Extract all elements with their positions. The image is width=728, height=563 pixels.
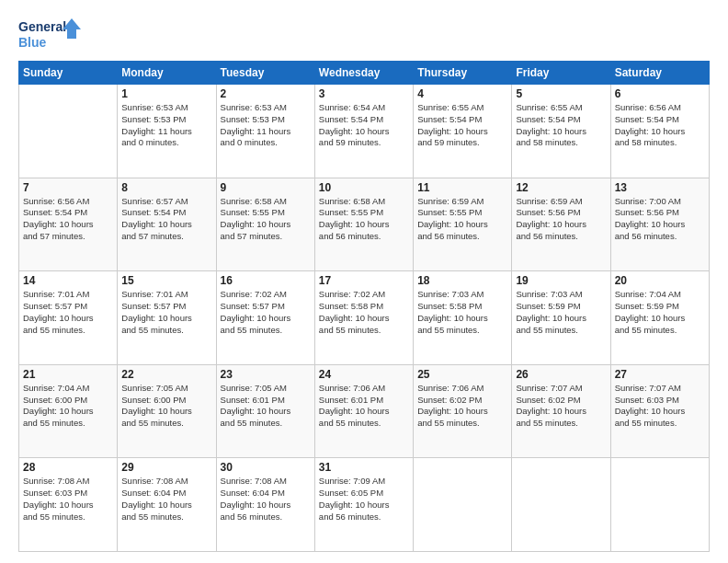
day-number: 18 <box>417 274 507 287</box>
weekday-header-wednesday: Wednesday <box>314 62 413 85</box>
header: General Blue <box>18 17 710 52</box>
day-number: 15 <box>121 274 211 287</box>
day-info: Sunrise: 6:53 AM Sunset: 5:53 PM Dayligh… <box>121 102 211 149</box>
calendar-cell: 9Sunrise: 6:58 AM Sunset: 5:55 PM Daylig… <box>216 178 314 271</box>
day-info: Sunrise: 7:07 AM Sunset: 6:03 PM Dayligh… <box>615 383 705 430</box>
weekday-header-tuesday: Tuesday <box>216 62 314 85</box>
svg-text:General: General <box>18 19 66 34</box>
svg-text:Blue: Blue <box>18 35 47 50</box>
calendar-cell: 5Sunrise: 6:55 AM Sunset: 5:54 PM Daylig… <box>512 85 610 178</box>
page: General Blue SundayMondayTuesdayWednesda… <box>0 0 728 563</box>
calendar-cell: 15Sunrise: 7:01 AM Sunset: 5:57 PM Dayli… <box>118 271 216 365</box>
calendar-cell: 17Sunrise: 7:02 AM Sunset: 5:58 PM Dayli… <box>314 271 413 365</box>
day-info: Sunrise: 6:59 AM Sunset: 5:55 PM Dayligh… <box>417 196 507 243</box>
day-number: 11 <box>417 181 507 194</box>
day-number: 27 <box>615 368 705 381</box>
day-number: 30 <box>221 461 311 474</box>
calendar-week-row: 14Sunrise: 7:01 AM Sunset: 5:57 PM Dayli… <box>19 271 710 365</box>
calendar-cell: 7Sunrise: 6:56 AM Sunset: 5:54 PM Daylig… <box>19 178 118 271</box>
weekday-header-saturday: Saturday <box>610 62 709 85</box>
day-info: Sunrise: 6:58 AM Sunset: 5:55 PM Dayligh… <box>221 196 311 243</box>
day-number: 13 <box>615 181 705 194</box>
calendar-cell: 23Sunrise: 7:05 AM Sunset: 6:01 PM Dayli… <box>216 364 314 458</box>
calendar-week-row: 28Sunrise: 7:08 AM Sunset: 6:03 PM Dayli… <box>19 458 710 552</box>
day-number: 10 <box>319 181 409 194</box>
day-info: Sunrise: 6:59 AM Sunset: 5:56 PM Dayligh… <box>516 196 606 243</box>
day-info: Sunrise: 7:08 AM Sunset: 6:04 PM Dayligh… <box>121 476 211 523</box>
calendar-cell: 28Sunrise: 7:08 AM Sunset: 6:03 PM Dayli… <box>19 458 118 552</box>
weekday-header-monday: Monday <box>118 62 216 85</box>
calendar-cell: 14Sunrise: 7:01 AM Sunset: 5:57 PM Dayli… <box>19 271 118 365</box>
day-number: 1 <box>121 87 211 100</box>
calendar-cell: 22Sunrise: 7:05 AM Sunset: 6:00 PM Dayli… <box>118 364 216 458</box>
day-number: 12 <box>516 181 606 194</box>
calendar-cell: 25Sunrise: 7:06 AM Sunset: 6:02 PM Dayli… <box>414 364 512 458</box>
calendar-cell: 4Sunrise: 6:55 AM Sunset: 5:54 PM Daylig… <box>414 85 512 178</box>
calendar-cell: 11Sunrise: 6:59 AM Sunset: 5:55 PM Dayli… <box>414 178 512 271</box>
day-info: Sunrise: 6:56 AM Sunset: 5:54 PM Dayligh… <box>615 102 705 149</box>
weekday-header-thursday: Thursday <box>414 62 512 85</box>
day-info: Sunrise: 7:09 AM Sunset: 6:05 PM Dayligh… <box>319 476 409 523</box>
day-info: Sunrise: 6:56 AM Sunset: 5:54 PM Dayligh… <box>23 196 113 243</box>
calendar-week-row: 7Sunrise: 6:56 AM Sunset: 5:54 PM Daylig… <box>19 178 710 271</box>
calendar-week-row: 1Sunrise: 6:53 AM Sunset: 5:53 PM Daylig… <box>19 85 710 178</box>
calendar-cell: 24Sunrise: 7:06 AM Sunset: 6:01 PM Dayli… <box>314 364 413 458</box>
logo-svg: General Blue <box>18 17 83 52</box>
day-info: Sunrise: 7:05 AM Sunset: 6:00 PM Dayligh… <box>121 383 211 430</box>
weekday-header-sunday: Sunday <box>19 62 118 85</box>
day-number: 26 <box>516 368 606 381</box>
calendar-cell: 16Sunrise: 7:02 AM Sunset: 5:57 PM Dayli… <box>216 271 314 365</box>
day-number: 6 <box>615 87 705 100</box>
day-number: 7 <box>23 181 113 194</box>
calendar-cell <box>19 85 118 178</box>
day-info: Sunrise: 6:58 AM Sunset: 5:55 PM Dayligh… <box>319 196 409 243</box>
calendar-cell: 6Sunrise: 6:56 AM Sunset: 5:54 PM Daylig… <box>610 85 709 178</box>
day-number: 23 <box>221 368 311 381</box>
day-info: Sunrise: 7:01 AM Sunset: 5:57 PM Dayligh… <box>23 289 113 336</box>
calendar-cell <box>512 458 610 552</box>
calendar-cell <box>414 458 512 552</box>
day-info: Sunrise: 7:06 AM Sunset: 6:01 PM Dayligh… <box>319 383 409 430</box>
day-number: 28 <box>23 461 113 474</box>
day-info: Sunrise: 7:07 AM Sunset: 6:02 PM Dayligh… <box>516 383 606 430</box>
day-number: 21 <box>23 368 113 381</box>
calendar-cell: 27Sunrise: 7:07 AM Sunset: 6:03 PM Dayli… <box>610 364 709 458</box>
calendar-table: SundayMondayTuesdayWednesdayThursdayFrid… <box>18 61 710 552</box>
day-info: Sunrise: 6:54 AM Sunset: 5:54 PM Dayligh… <box>319 102 409 149</box>
day-number: 16 <box>221 274 311 287</box>
calendar-cell: 26Sunrise: 7:07 AM Sunset: 6:02 PM Dayli… <box>512 364 610 458</box>
calendar-cell: 18Sunrise: 7:03 AM Sunset: 5:58 PM Dayli… <box>414 271 512 365</box>
calendar-cell: 1Sunrise: 6:53 AM Sunset: 5:53 PM Daylig… <box>118 85 216 178</box>
day-number: 25 <box>417 368 507 381</box>
day-info: Sunrise: 7:02 AM Sunset: 5:58 PM Dayligh… <box>319 289 409 336</box>
logo: General Blue <box>18 17 83 52</box>
day-number: 3 <box>319 87 409 100</box>
day-number: 2 <box>221 87 311 100</box>
calendar-cell: 30Sunrise: 7:08 AM Sunset: 6:04 PM Dayli… <box>216 458 314 552</box>
day-number: 4 <box>417 87 507 100</box>
weekday-header-row: SundayMondayTuesdayWednesdayThursdayFrid… <box>19 62 710 85</box>
day-info: Sunrise: 7:04 AM Sunset: 6:00 PM Dayligh… <box>23 383 113 430</box>
calendar-cell: 20Sunrise: 7:04 AM Sunset: 5:59 PM Dayli… <box>610 271 709 365</box>
day-info: Sunrise: 6:57 AM Sunset: 5:54 PM Dayligh… <box>121 196 211 243</box>
weekday-header-friday: Friday <box>512 62 610 85</box>
day-number: 5 <box>516 87 606 100</box>
day-info: Sunrise: 7:08 AM Sunset: 6:03 PM Dayligh… <box>23 476 113 523</box>
calendar-cell: 29Sunrise: 7:08 AM Sunset: 6:04 PM Dayli… <box>118 458 216 552</box>
day-info: Sunrise: 7:03 AM Sunset: 5:59 PM Dayligh… <box>516 289 606 336</box>
calendar-cell: 13Sunrise: 7:00 AM Sunset: 5:56 PM Dayli… <box>610 178 709 271</box>
calendar-cell: 21Sunrise: 7:04 AM Sunset: 6:00 PM Dayli… <box>19 364 118 458</box>
day-number: 8 <box>121 181 211 194</box>
day-info: Sunrise: 7:05 AM Sunset: 6:01 PM Dayligh… <box>221 383 311 430</box>
day-number: 20 <box>615 274 705 287</box>
day-info: Sunrise: 7:02 AM Sunset: 5:57 PM Dayligh… <box>221 289 311 336</box>
day-number: 29 <box>121 461 211 474</box>
calendar-cell: 8Sunrise: 6:57 AM Sunset: 5:54 PM Daylig… <box>118 178 216 271</box>
day-number: 14 <box>23 274 113 287</box>
calendar-cell: 10Sunrise: 6:58 AM Sunset: 5:55 PM Dayli… <box>314 178 413 271</box>
day-info: Sunrise: 6:53 AM Sunset: 5:53 PM Dayligh… <box>221 102 311 149</box>
day-number: 17 <box>319 274 409 287</box>
day-info: Sunrise: 6:55 AM Sunset: 5:54 PM Dayligh… <box>417 102 507 149</box>
day-info: Sunrise: 6:55 AM Sunset: 5:54 PM Dayligh… <box>516 102 606 149</box>
day-info: Sunrise: 7:06 AM Sunset: 6:02 PM Dayligh… <box>417 383 507 430</box>
